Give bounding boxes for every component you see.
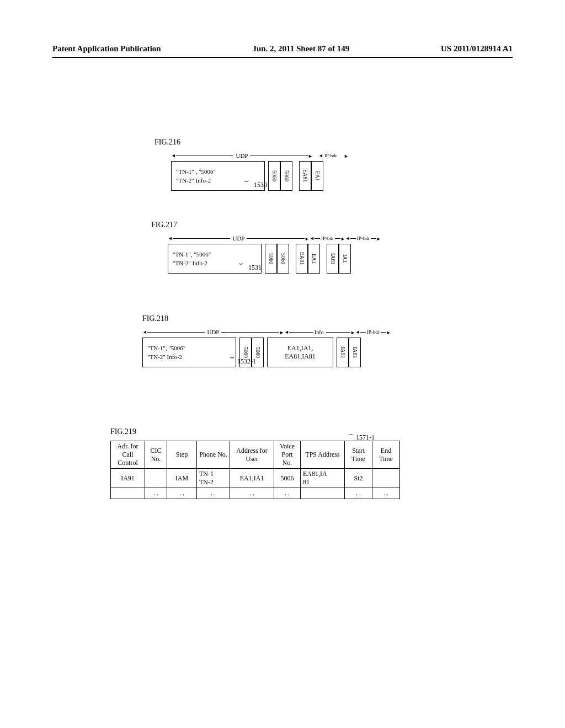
th-end: End Time — [372, 441, 400, 469]
table-row: IA91 IAM TN-1 TN-2 EA1,IA1 5006 EA81,IA … — [111, 469, 400, 488]
cell: EA81,IA 81 — [301, 469, 345, 488]
addr-cell: IA1 — [339, 244, 351, 274]
cell: . . — [274, 488, 301, 499]
cell: St2 — [345, 469, 372, 488]
udp-label: UDP — [205, 329, 221, 335]
fig-216-anno: UDP IP-hdr — [171, 151, 349, 160]
cell: . . — [145, 488, 167, 499]
th-tps: TPS Address — [301, 441, 345, 469]
fig-219: FIG.219 ⌒ 1571-1 Adr. for Call Control C… — [110, 427, 400, 499]
payload-line1: "TN-1", "5006" — [173, 250, 257, 259]
fig-218-label: FIG.218 — [142, 314, 391, 323]
table-row: . . . . . . . . . . . . . . — [111, 488, 400, 499]
payload: "TN-1" , "5006" "TN-2" Info-2 — [171, 161, 265, 191]
info-line2: EA81,IA81 — [285, 352, 316, 361]
addr-cell: IA91 — [337, 338, 349, 367]
payload: "TN-1", "5006" "TN-2" Info-2 — [142, 338, 236, 367]
addr-cell: EA1 — [308, 244, 320, 274]
iphdr-label: IP-hdr — [320, 235, 335, 241]
cell — [145, 469, 167, 488]
ref-1530: 1530 — [254, 181, 267, 189]
addr-cell: EA81 — [296, 244, 308, 274]
cell — [372, 469, 400, 488]
port-cell: 5060 — [277, 244, 289, 274]
info-line1: EA1,IA1, — [287, 344, 313, 352]
addr-cell: IA81 — [349, 338, 361, 367]
cell: IAM — [167, 469, 197, 488]
th-addr-user: Address for User — [230, 441, 274, 469]
cell: . . — [345, 488, 372, 499]
th-cic: CIC No. — [145, 441, 167, 469]
ref-1531: 1531 — [248, 264, 262, 272]
packet-217: "TN-1", "5006" "TN-2" Info-2 5060 5060 E… — [168, 244, 381, 274]
table-header-row: Adr. for Call Control CIC No. Step Phone… — [111, 441, 400, 469]
cell: 5006 — [274, 469, 301, 488]
page-header: Patent Application Publication Jun. 2, 2… — [52, 44, 513, 58]
fig-216: FIG.216 UDP IP-hdr "TN-1" , "5006" "TN-2… — [154, 138, 349, 191]
port-cell: 5060 — [268, 161, 280, 191]
th-start: Start Time — [345, 441, 372, 469]
header-right: US 2011/0128914 A1 — [441, 44, 513, 53]
addr-cell: EA81 — [299, 161, 311, 191]
udp-label: UDP — [230, 235, 247, 242]
th-phone: Phone No. — [197, 441, 230, 469]
cell: . . — [230, 488, 274, 499]
header-center: Jun. 2, 2011 Sheet 87 of 149 — [252, 44, 349, 53]
payload-line2: "TN-2" Info-2 — [147, 352, 231, 362]
th-voice: Voice Port No. — [274, 441, 301, 469]
cell: IA91 — [111, 469, 145, 488]
fig-216-label: FIG.216 — [154, 138, 349, 147]
th-adr: Adr. for Call Control — [111, 441, 145, 469]
fig-218-anno: UDP Info. IP-hdr — [142, 328, 391, 336]
payload-line1: "TN-1" , "5006" — [176, 167, 260, 176]
fig-217-anno: UDP IP-hdr IP-hdr — [168, 234, 381, 243]
ref-curve: ⌒ — [348, 433, 354, 441]
fig-218: FIG.218 UDP Info. IP-hdr "TN-1", "5006" … — [142, 314, 391, 367]
table-219: Adr. for Call Control CIC No. Step Phone… — [110, 441, 400, 499]
cell: . . — [372, 488, 400, 499]
info-label: Info. — [313, 329, 326, 335]
udp-label: UDP — [233, 152, 250, 159]
ref-curve: ⌣ — [230, 353, 234, 362]
fig-217: FIG.217 UDP IP-hdr IP-hdr "TN-1", "5006"… — [151, 221, 381, 274]
cell: . . — [167, 488, 197, 499]
addr-cell: IA81 — [327, 244, 339, 274]
cell — [301, 488, 345, 499]
payload: "TN-1", "5006" "TN-2" Info-2 — [168, 244, 262, 274]
cell: . . — [197, 488, 230, 499]
port-cell: 5060 — [265, 244, 277, 274]
ref-curve: ⌣ — [244, 176, 249, 185]
info-cell: EA1,IA1, EA81,IA81 — [267, 338, 333, 367]
packet-218: "TN-1", "5006" "TN-2" Info-2 5060 5060 E… — [142, 338, 391, 367]
cell: TN-1 TN-2 — [197, 469, 230, 488]
iphdr-label2: IP-hdr — [356, 235, 371, 241]
header-left: Patent Application Publication — [52, 44, 161, 53]
addr-cell: EA1 — [311, 161, 323, 191]
iphdr-label: IP-hdr — [323, 153, 338, 158]
ref-1532-1: 1532-1 — [237, 357, 256, 366]
ref-1571-1: ⌒ 1571-1 — [348, 433, 375, 442]
port-cell: 5060 — [280, 161, 292, 191]
fig-217-label: FIG.217 — [151, 221, 381, 229]
cell: EA1,IA1 — [230, 469, 274, 488]
iphdr-label: IP-hdr — [366, 329, 381, 335]
payload-line1: "TN-1", "5006" — [147, 344, 231, 353]
payload-line2: "TN-2" Info-2 — [173, 259, 257, 268]
cell — [111, 488, 145, 499]
ref-curve: ⌣ — [238, 259, 243, 268]
th-step: Step — [167, 441, 197, 469]
